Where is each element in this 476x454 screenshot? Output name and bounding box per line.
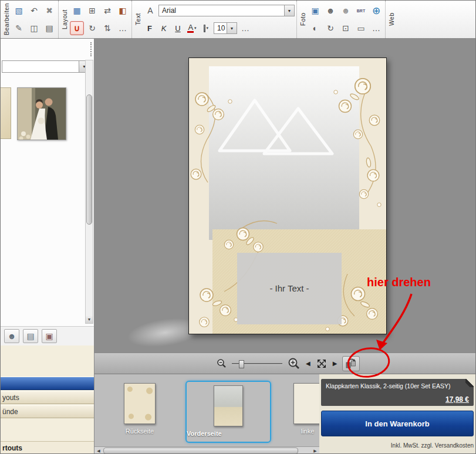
page-thumbnail-rueckseite[interactable]: Rückseite [116, 383, 163, 435]
sidebar-section-selected[interactable] [1, 377, 94, 390]
italic-button[interactable]: K [157, 22, 170, 35]
image-placeholder-button[interactable]: ▣ [42, 329, 57, 343]
sidebar-section-printouts[interactable]: rtouts [1, 441, 94, 454]
bearbeiten-row-2: ✎◫▤ [12, 20, 56, 36]
pages-scrollbar-thumb[interactable] [103, 448, 298, 454]
ribbon-toolbar: Bearbeiten ▧↶✖ ✎◫▤ Layout ▦⊞⇄◧ ∪↻⇅… Text… [1, 1, 476, 39]
globe-icon[interactable]: ⊕ [369, 4, 383, 18]
section-label: youts [2, 394, 19, 402]
sidebar-tools-row: ☻▤▣ [1, 326, 94, 345]
sidebar-scrollbar[interactable]: ▼ [85, 60, 93, 324]
rueckseite-thumb-image[interactable] [124, 383, 156, 424]
next-page-button[interactable]: ▶ [333, 360, 337, 367]
font-family-select[interactable]: Arial ▼ [158, 5, 295, 16]
flip-vertical-icon[interactable]: ⇅ [100, 21, 114, 35]
photo-thumbnail-partial[interactable] [1, 87, 11, 139]
asset-category-select[interactable]: ▼ [2, 60, 90, 73]
linke-thumb-image[interactable] [293, 383, 319, 424]
asset-sidebar: ▼ ▼ ☻▤▣ [1, 39, 94, 345]
copy-icon[interactable]: ◫ [27, 21, 41, 35]
font-style-icon[interactable]: A [143, 4, 157, 18]
design-canvas[interactable]: - Ihr Text - hier drehen [94, 39, 476, 353]
folded-corner-icon [465, 379, 474, 387]
zoom-slider[interactable] [232, 360, 282, 368]
sidebar-scroll-down-icon[interactable]: ▼ [86, 315, 93, 323]
form-fields-button[interactable]: ▤ [23, 329, 38, 343]
open-icon[interactable]: ▧ [12, 4, 26, 18]
previous-page-button[interactable]: ◀ [306, 360, 310, 367]
sidebar-scrollbar-thumb[interactable] [86, 94, 92, 225]
frame-icon[interactable]: ▭ [354, 21, 368, 35]
toolbar-group-bearbeiten: Bearbeiten ▧↶✖ ✎◫▤ [1, 1, 58, 38]
bearbeiten-row-1: ▧↶✖ [12, 2, 56, 19]
page-label: Rückseite [116, 428, 163, 435]
brush-icon[interactable]: ✎ [12, 21, 26, 35]
fit-to-view-button[interactable] [316, 358, 328, 370]
brt-effects-icon[interactable]: BRT [354, 4, 368, 18]
grid-icon[interactable]: ▦ [70, 4, 84, 18]
layout-more-icon[interactable]: … [116, 21, 130, 35]
contact-sheet-button[interactable]: ☻ [4, 329, 19, 343]
bold-button[interactable]: F [143, 22, 156, 35]
font-family-dropdown-arrow-icon[interactable]: ▼ [284, 5, 294, 16]
person-photo-icon[interactable]: ☻ [323, 4, 337, 18]
zoom-in-button[interactable] [288, 357, 301, 370]
canvas-drag-handle-icon[interactable] [97, 42, 98, 56]
product-price-link[interactable]: 17,98 € [445, 395, 469, 404]
view-toolbar: ◀ ▶ [94, 353, 476, 374]
sidebar-section-layouts[interactable]: youts [1, 391, 94, 404]
font-size-dropdown-arrow-icon[interactable]: ▼ [227, 23, 237, 33]
toolbar-group-text: Text A Arial ▼ F K U A ▾ [131, 1, 296, 38]
section-label: rtouts [2, 444, 22, 452]
page-thumbnail-vorderseite-selected[interactable]: Vorderseite [185, 381, 271, 443]
product-name: Klappkarten Klassik, 2-seitig (10er Set … [321, 379, 474, 390]
card-artwork: - Ihr Text - [189, 58, 386, 334]
flip-horizontal-icon[interactable]: ⇄ [100, 4, 114, 18]
foto-row-1: ▣☻☻BRT⊕ [308, 2, 383, 19]
pages-scroll-left-icon[interactable]: ◀ [94, 447, 103, 454]
people-photo-icon[interactable]: ☻ [339, 4, 353, 18]
insert-photo-icon[interactable]: ▣ [308, 4, 322, 18]
paste-icon[interactable]: ▤ [42, 21, 56, 35]
font-size-value: 10 [214, 23, 227, 33]
layers-icon[interactable]: ◧ [116, 4, 130, 18]
application-window: Bearbeiten ▧↶✖ ✎◫▤ Layout ▦⊞⇄◧ ∪↻⇅… Text… [0, 0, 476, 454]
group-label-web: Web [387, 1, 396, 38]
fill-color-button[interactable]: ▾ [200, 22, 212, 35]
pages-scrollbar[interactable]: ◀ ▶ [94, 446, 319, 454]
product-panel: Klappkarten Klassik, 2-seitig (10er Set … [319, 374, 476, 454]
sidebar-section-backgrounds[interactable]: ünde [1, 405, 94, 418]
crop-icon[interactable]: ⊡ [339, 21, 353, 35]
delete-icon[interactable]: ✖ [42, 4, 56, 18]
vorderseite-thumb-image[interactable] [214, 385, 243, 426]
undo-icon[interactable]: ↶ [27, 4, 41, 18]
zoom-out-button[interactable] [217, 358, 227, 368]
font-family-value: Arial [159, 5, 284, 16]
font-color-button[interactable]: A ▾ [185, 22, 198, 35]
rotate-object-icon[interactable]: ↻ [85, 21, 99, 35]
wedding-photo-thumbnail[interactable] [17, 87, 66, 140]
add-to-cart-button[interactable]: In den Warenkorb [321, 411, 474, 436]
rotate-photo-icon[interactable]: ↻ [323, 21, 337, 35]
text-more-button[interactable]: … [238, 21, 252, 35]
asset-category-value [2, 61, 79, 72]
sidebar-drag-handle-icon[interactable] [90, 42, 92, 56]
card-design[interactable]: - Ihr Text - [188, 57, 387, 334]
group-label-layout: Layout [60, 1, 69, 38]
brightness-icon[interactable]: ◐ [308, 21, 322, 35]
magnet-icon[interactable]: ∪ [70, 21, 84, 35]
text-row-1: A Arial ▼ [143, 2, 295, 19]
font-color-icon: A [187, 23, 194, 33]
page-thumbnail-linke-innenseite[interactable]: linke [282, 383, 319, 435]
pages-scroll-right-icon[interactable]: ▶ [311, 447, 319, 454]
snap-grid-icon[interactable]: ⊞ [85, 4, 99, 18]
underline-button[interactable]: U [171, 22, 184, 35]
rotate-card-button[interactable] [342, 356, 360, 371]
bottom-panel: Rückseite Vorderseite linke ◀ ▶ Klappkar… [94, 374, 476, 454]
font-size-select[interactable]: 10 ▼ [214, 22, 237, 34]
photo-more-icon[interactable]: … [369, 21, 383, 35]
toolbar-group-layout: Layout ▦⊞⇄◧ ∪↻⇅… [58, 1, 131, 38]
card-placeholder-text[interactable]: - Ihr Text - [269, 283, 309, 293]
group-label-text: Text [134, 1, 142, 38]
zoom-slider-handle[interactable] [239, 360, 244, 368]
